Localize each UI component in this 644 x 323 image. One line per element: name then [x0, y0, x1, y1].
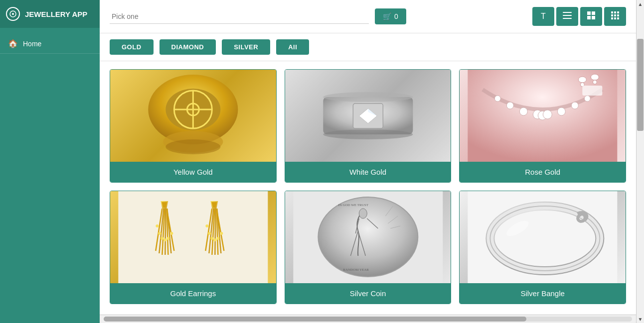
svg-point-79 — [318, 197, 418, 277]
grid-view-icon — [587, 11, 595, 21]
home-icon: 🏠 — [8, 39, 18, 48]
scroll-thumb-v — [637, 39, 644, 131]
cat-gold-label: GOLD — [122, 43, 142, 51]
svg-point-35 — [520, 108, 528, 115]
svg-point-59 — [161, 237, 163, 240]
cat-all-button[interactable]: All — [276, 39, 309, 55]
app-header: JEWELLERY APP — [0, 0, 100, 28]
svg-rect-9 — [611, 11, 613, 13]
svg-point-41 — [585, 96, 591, 102]
svg-point-61 — [166, 237, 169, 240]
product-image-gold-earrings — [110, 191, 276, 283]
svg-point-60 — [163, 238, 166, 241]
svg-rect-6 — [592, 11, 595, 15]
cat-diamond-button[interactable]: DIAMOND — [160, 39, 216, 55]
svg-point-1 — [12, 13, 14, 15]
scrollbar-thumb-h — [104, 317, 526, 322]
cart-count: 0 — [394, 12, 398, 20]
product-card-gold-earrings[interactable]: Gold Earrings — [110, 191, 277, 304]
svg-rect-3 — [563, 15, 572, 16]
svg-point-58 — [158, 232, 161, 235]
svg-point-25 — [165, 139, 220, 154]
svg-text:RANDOM YEAR: RANDOM YEAR — [343, 268, 369, 272]
svg-rect-11 — [617, 11, 619, 13]
svg-point-73 — [208, 232, 211, 235]
cat-silver-button[interactable]: SILVER — [222, 39, 270, 55]
svg-line-68 — [215, 209, 215, 255]
sidebar: JEWELLERY APP 🏠 Home — [0, 0, 100, 323]
product-image-silver-coin: RANDOM YEAR IN GOD WE TRUST — [285, 191, 451, 283]
app-title: JEWELLERY APP — [25, 10, 87, 18]
product-label-silver-bangle: Silver Bangle — [460, 283, 626, 304]
cat-silver-label: SILVER — [234, 43, 258, 51]
scroll-up-arrow[interactable]: ▲ — [637, 0, 644, 8]
dense-grid-view-button[interactable] — [604, 7, 626, 26]
product-label-rose-gold: Rose Gold — [460, 162, 626, 182]
svg-point-42 — [579, 77, 587, 83]
product-label-gold-earrings: Gold Earrings — [110, 283, 276, 304]
svg-point-57 — [156, 224, 159, 227]
product-label-yellow-gold: Yellow Gold — [110, 162, 276, 182]
svg-rect-14 — [617, 14, 619, 16]
svg-point-39 — [558, 108, 566, 115]
svg-rect-47 — [118, 191, 268, 283]
svg-point-31 — [323, 129, 413, 139]
app-logo-icon — [6, 7, 20, 21]
svg-rect-12 — [611, 14, 613, 16]
svg-point-40 — [572, 102, 579, 109]
product-card-white-gold[interactable]: White Gold — [285, 69, 452, 183]
svg-point-76 — [216, 237, 219, 240]
products-area: Yellow Gold — [100, 61, 636, 315]
scroll-down-arrow[interactable]: ▼ — [637, 315, 644, 323]
svg-point-77 — [220, 232, 223, 235]
sidebar-item-home-label: Home — [23, 40, 41, 48]
svg-point-30 — [323, 92, 413, 102]
scroll-track-v — [637, 8, 644, 315]
grid-view-button[interactable] — [580, 7, 602, 26]
product-image-white-gold — [285, 70, 451, 162]
toolbar: 🛒 0 T — [100, 0, 636, 33]
product-card-yellow-gold[interactable]: Yellow Gold — [110, 69, 277, 183]
svg-rect-17 — [617, 17, 619, 19]
product-card-silver-coin[interactable]: RANDOM YEAR IN GOD WE TRUST Silver Coin — [285, 191, 452, 304]
product-label-white-gold: White Gold — [285, 162, 451, 182]
svg-rect-10 — [614, 11, 616, 13]
search-input[interactable] — [110, 9, 369, 24]
svg-line-53 — [165, 209, 165, 255]
svg-rect-5 — [587, 11, 591, 15]
product-card-rose-gold[interactable]: Rose Gold — [459, 69, 626, 183]
text-view-icon: T — [541, 12, 546, 21]
svg-point-80 — [359, 209, 367, 218]
svg-point-34 — [507, 102, 514, 109]
vertical-scrollbar[interactable]: ▲ ▼ — [636, 0, 644, 323]
sidebar-nav: 🏠 Home — [0, 28, 100, 60]
cat-diamond-label: DIAMOND — [171, 43, 204, 51]
horizontal-scrollbar[interactable] — [100, 315, 636, 323]
svg-rect-46 — [583, 86, 603, 96]
list-view-icon — [563, 12, 572, 21]
svg-point-38 — [543, 110, 552, 119]
cart-button[interactable]: 🛒 0 — [375, 8, 406, 24]
cat-gold-button[interactable]: GOLD — [110, 39, 154, 55]
svg-point-33 — [495, 96, 501, 102]
svg-rect-13 — [614, 14, 616, 16]
svg-point-75 — [213, 238, 216, 241]
svg-point-44 — [591, 74, 599, 80]
svg-rect-8 — [592, 16, 595, 19]
sidebar-item-home[interactable]: 🏠 Home — [0, 34, 100, 54]
product-label-silver-coin: Silver Coin — [285, 283, 451, 304]
cat-all-label: All — [288, 43, 297, 51]
product-image-silver-bangle — [460, 191, 626, 283]
product-card-silver-bangle[interactable]: Silver Bangle — [459, 191, 626, 304]
main-content: 🛒 0 T — [100, 0, 636, 323]
view-buttons: T — [532, 7, 626, 26]
svg-rect-4 — [563, 18, 572, 19]
svg-point-45 — [593, 80, 597, 84]
dense-grid-view-icon — [611, 11, 619, 21]
svg-point-62 — [170, 232, 173, 235]
text-view-button[interactable]: T — [532, 7, 554, 26]
svg-rect-15 — [611, 17, 613, 19]
product-image-yellow-gold — [110, 70, 276, 162]
products-grid: Yellow Gold — [110, 69, 626, 304]
list-view-button[interactable] — [556, 7, 578, 26]
